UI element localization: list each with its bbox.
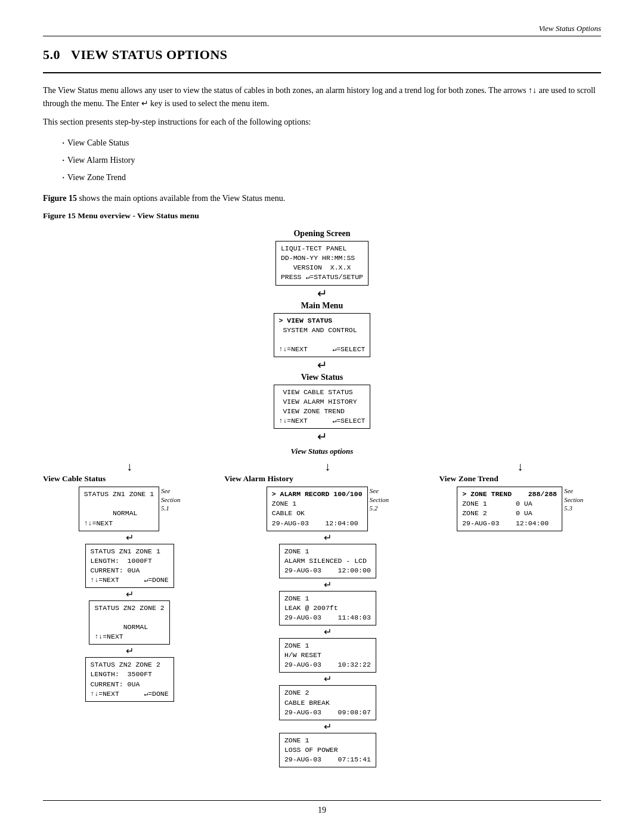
- col-alarm-history: ↓ View Alarm History > ALARM RECORD 100/…: [224, 459, 431, 767]
- alarm-screen-2: ZONE 1 ALARM SILENCED - LCD 29-AUG-03 12…: [279, 544, 376, 578]
- figure-label: Figure 15 Menu overview - View Status me…: [43, 211, 601, 221]
- alarm-screen-4: ZONE 1 H/W RESET 29-AUG-03 10:32:22: [279, 638, 376, 673]
- arrow-c2: ↵: [126, 589, 134, 600]
- arrow-c3: ↵: [126, 645, 134, 657]
- bullet-item-2: View Alarm History: [62, 152, 601, 169]
- col-cable-status: ↓ View Cable Status STATUS ZN1 ZONE 1 NO…: [43, 459, 216, 702]
- bullet-item-1: View Cable Status: [62, 135, 601, 152]
- see-section-5-1: SeeSection5.1: [161, 487, 180, 512]
- arrow-a1: ↵: [324, 532, 332, 543]
- trend-screen-1: > ZONE TREND 288/288 ZONE 1 0 UA ZONE 2 …: [457, 487, 562, 531]
- page-header: View Status Options: [43, 24, 601, 36]
- view-status-options-label: View Status options: [43, 447, 601, 456]
- body-para2: This section presents step-by-step instr…: [43, 116, 601, 129]
- see-section-5-3: SeeSection5.3: [564, 487, 583, 512]
- arrow-right-down: ↓: [517, 460, 523, 473]
- page: View Status Options 5.0 View Status Opti…: [0, 0, 644, 833]
- alarm-screen-1: > ALARM RECORD 100/100 ZONE 1 CABLE OK 2…: [267, 487, 368, 531]
- col-right-label: View Zone Trend: [439, 474, 499, 484]
- arrow-c1: ↵: [126, 532, 134, 543]
- diagram-area: Opening Screen LIQUI-TECT PANEL DD-MON-Y…: [43, 229, 601, 767]
- col-left-label: View Cable Status: [43, 474, 106, 484]
- arrow-a5: ↵: [324, 721, 332, 732]
- alarm-screen-5: ZONE 2 CABLE BREAK 29-AUG-03 09:08:07: [279, 685, 376, 720]
- main-menu-label: Main Menu: [301, 301, 343, 311]
- page-footer: 19: [43, 800, 601, 815]
- arrow-3: ↵: [317, 430, 327, 443]
- alarm-screen-6: ZONE 1 LOSS OF POWER 29-AUG-03 07:15:41: [279, 733, 376, 767]
- columns-container: ↓ View Cable Status STATUS ZN1 ZONE 1 NO…: [43, 459, 601, 767]
- view-status-label: View Status: [301, 373, 343, 382]
- cable-screen-4: STATUS ZN2 ZONE 2 LENGTH: 3500FT CURRENT…: [85, 657, 174, 701]
- cable-screen-1: STATUS ZN1 ZONE 1 NORMAL ↑↓=NEXT: [79, 487, 159, 531]
- body-para1: The View Status menu allows any user to …: [43, 84, 601, 110]
- arrow-a4: ↵: [324, 673, 332, 685]
- cable-screen-3: STATUS ZN2 ZONE 2 NORMAL ↑↓=NEXT: [89, 600, 169, 645]
- cable-screen-2: STATUS ZN1 ZONE 1 LENGTH: 1000FT CURRENT…: [85, 544, 174, 588]
- section-title-text: View Status Options: [71, 47, 228, 62]
- opening-screen-label: Opening Screen: [293, 229, 350, 239]
- arrow-mid-down: ↓: [324, 460, 330, 473]
- header-text: View Status Options: [539, 24, 601, 33]
- arrow-2: ↵: [317, 358, 327, 371]
- bullet-list: View Cable Status View Alarm History Vie…: [62, 135, 601, 186]
- cable-screen-1-row: STATUS ZN1 ZONE 1 NORMAL ↑↓=NEXT SeeSect…: [79, 487, 181, 531]
- view-status-box: VIEW CABLE STATUS VIEW ALARM HISTORY VIE…: [274, 385, 371, 429]
- top-section: Opening Screen LIQUI-TECT PANEL DD-MON-Y…: [43, 229, 601, 444]
- arrow-left-down: ↓: [126, 460, 132, 473]
- arrow-1: ↵: [317, 287, 327, 300]
- body-para3: Figure 15 shows the main options availab…: [43, 192, 601, 205]
- bullet-item-3: View Zone Trend: [62, 169, 601, 187]
- col-mid-label: View Alarm History: [224, 474, 293, 484]
- trend-screen-1-row: > ZONE TREND 288/288 ZONE 1 0 UA ZONE 2 …: [457, 487, 583, 531]
- section-title: 5.0 View Status Options: [43, 47, 601, 63]
- alarm-screen-1-row: > ALARM RECORD 100/100 ZONE 1 CABLE OK 2…: [267, 487, 389, 531]
- alarm-screen-3: ZONE 1 LEAK @ 2007ft 29-AUG-03 11:48:03: [279, 591, 376, 625]
- see-section-5-2: SeeSection5.2: [370, 487, 389, 512]
- section-number: 5.0: [43, 47, 60, 62]
- arrow-a3: ↵: [324, 626, 332, 637]
- col-zone-trend: ↓ View Zone Trend > ZONE TREND 288/288 Z…: [439, 459, 601, 531]
- main-menu-box: > VIEW STATUS SYSTEM AND CONTROL ↑↓=NEXT…: [274, 313, 371, 357]
- title-rule: [43, 72, 601, 73]
- page-number: 19: [318, 806, 326, 815]
- arrow-a2: ↵: [324, 579, 332, 590]
- opening-screen-box: LIQUI-TECT PANEL DD-MON-YY HR:MM:SS VERS…: [275, 241, 369, 285]
